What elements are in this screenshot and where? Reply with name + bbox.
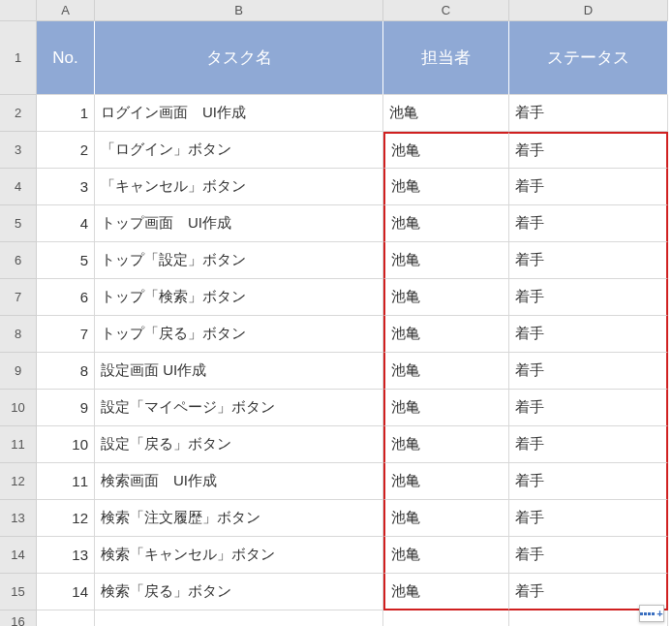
header-task: タスク名 — [95, 21, 383, 95]
cell-status[interactable]: 着手 — [509, 500, 668, 537]
cell-assignee[interactable]: 池亀 — [383, 95, 509, 132]
cell-assignee[interactable]: 池亀 — [383, 205, 509, 242]
cell-no[interactable]: 8 — [37, 353, 95, 390]
row-header-12[interactable]: 12 — [0, 463, 37, 500]
cell-status[interactable]: 着手 — [509, 95, 668, 132]
cell-no[interactable]: 10 — [37, 426, 95, 463]
row-header-14[interactable]: 14 — [0, 537, 37, 574]
cell-status[interactable]: 着手 — [509, 169, 668, 205]
row-header-1[interactable]: 1 — [0, 21, 37, 95]
row-header-2[interactable]: 2 — [0, 95, 37, 132]
cell-assignee[interactable]: 池亀 — [383, 426, 509, 463]
cell-assignee[interactable]: 池亀 — [383, 390, 509, 426]
cell-no[interactable]: 6 — [37, 279, 95, 316]
cell-assignee[interactable]: 池亀 — [383, 279, 509, 316]
col-header-B[interactable]: B — [95, 0, 383, 21]
header-assignee: 担当者 — [383, 21, 509, 95]
cell-status[interactable]: 着手 — [509, 463, 668, 500]
cell-no[interactable]: 3 — [37, 169, 95, 205]
header-no: No. — [37, 21, 95, 95]
cell-assignee[interactable]: 池亀 — [383, 132, 509, 169]
empty-cell[interactable] — [509, 610, 668, 626]
cell-status[interactable]: 着手+ — [509, 574, 668, 610]
empty-cell[interactable] — [37, 610, 95, 626]
row-header-7[interactable]: 7 — [0, 279, 37, 316]
row-header-15[interactable]: 15 — [0, 574, 37, 610]
cell-status[interactable]: 着手 — [509, 537, 668, 574]
row-header-9[interactable]: 9 — [0, 353, 37, 390]
cell-task[interactable]: 「ログイン」ボタン — [95, 132, 383, 169]
cell-task[interactable]: トップ「設定」ボタン — [95, 242, 383, 279]
col-header-D[interactable]: D — [509, 0, 668, 21]
cell-task[interactable]: トップ「検索」ボタン — [95, 279, 383, 316]
empty-cell[interactable] — [95, 610, 383, 626]
cell-assignee[interactable]: 池亀 — [383, 242, 509, 279]
row-header-10[interactable]: 10 — [0, 390, 37, 426]
col-header-C[interactable]: C — [383, 0, 509, 21]
empty-cell[interactable] — [383, 610, 509, 626]
cell-assignee[interactable]: 池亀 — [383, 500, 509, 537]
header-status: ステータス — [509, 21, 668, 95]
cell-assignee[interactable]: 池亀 — [383, 169, 509, 205]
row-header-4[interactable]: 4 — [0, 169, 37, 205]
cell-task[interactable]: 検索画面 UI作成 — [95, 463, 383, 500]
row-header-11[interactable]: 11 — [0, 426, 37, 463]
cell-no[interactable]: 4 — [37, 205, 95, 242]
row-header-3[interactable]: 3 — [0, 132, 37, 169]
cell-status[interactable]: 着手 — [509, 132, 668, 169]
cell-status[interactable]: 着手 — [509, 205, 668, 242]
cell-task[interactable]: ログイン画面 UI作成 — [95, 95, 383, 132]
cell-task[interactable]: 「キャンセル」ボタン — [95, 169, 383, 205]
cell-assignee[interactable]: 池亀 — [383, 574, 509, 610]
cell-no[interactable]: 13 — [37, 537, 95, 574]
cell-assignee[interactable]: 池亀 — [383, 353, 509, 390]
cell-status[interactable]: 着手 — [509, 242, 668, 279]
cell-no[interactable]: 7 — [37, 316, 95, 353]
cell-no[interactable]: 14 — [37, 574, 95, 610]
cell-status[interactable]: 着手 — [509, 426, 668, 463]
cell-task[interactable]: 検索「戻る」ボタン — [95, 574, 383, 610]
cell-task[interactable]: トップ「戻る」ボタン — [95, 316, 383, 353]
cell-no[interactable]: 2 — [37, 132, 95, 169]
cell-task[interactable]: 検索「注文履歴」ボタン — [95, 500, 383, 537]
cell-task[interactable]: トップ画面 UI作成 — [95, 205, 383, 242]
row-header-8[interactable]: 8 — [0, 316, 37, 353]
cell-assignee[interactable]: 池亀 — [383, 316, 509, 353]
cell-no[interactable]: 5 — [37, 242, 95, 279]
corner-cell — [0, 0, 37, 21]
cell-no[interactable]: 11 — [37, 463, 95, 500]
row-header-13[interactable]: 13 — [0, 500, 37, 537]
cell-status[interactable]: 着手 — [509, 390, 668, 426]
cell-status[interactable]: 着手 — [509, 353, 668, 390]
cell-task[interactable]: 設定「戻る」ボタン — [95, 426, 383, 463]
cell-no[interactable]: 1 — [37, 95, 95, 132]
cell-assignee[interactable]: 池亀 — [383, 463, 509, 500]
col-header-A[interactable]: A — [37, 0, 95, 21]
cell-task[interactable]: 設定「マイページ」ボタン — [95, 390, 383, 426]
row-header-16[interactable]: 16 — [0, 610, 37, 626]
cell-status[interactable]: 着手 — [509, 279, 668, 316]
cell-task[interactable]: 検索「キャンセル」ボタン — [95, 537, 383, 574]
spreadsheet-table: ABCD1No.タスク名担当者ステータス21ログイン画面 UI作成池亀着手32「… — [0, 0, 672, 626]
row-header-6[interactable]: 6 — [0, 242, 37, 279]
cell-no[interactable]: 9 — [37, 390, 95, 426]
cell-no[interactable]: 12 — [37, 500, 95, 537]
cell-task[interactable]: 設定画面 UI作成 — [95, 353, 383, 390]
cell-status[interactable]: 着手 — [509, 316, 668, 353]
cell-assignee[interactable]: 池亀 — [383, 537, 509, 574]
row-header-5[interactable]: 5 — [0, 205, 37, 242]
